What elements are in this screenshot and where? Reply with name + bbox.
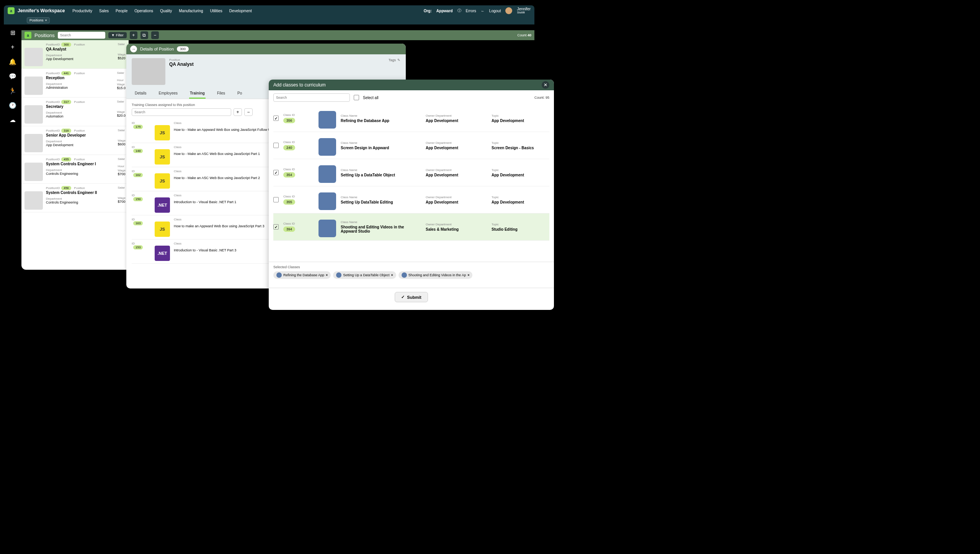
close-icon[interactable]: × [45,18,47,22]
breadcrumb-tag[interactable]: Positions × [27,17,50,23]
check-icon: ✓ [401,295,405,300]
plus-icon[interactable]: + [9,44,16,51]
position-item[interactable]: PositionID300 Position QA Analyst Depart… [21,40,129,69]
position-item[interactable]: PositionID316 Position Senior App Develo… [21,126,129,155]
detail-title: Details of Position [140,47,174,51]
org-value: Appward [436,9,453,13]
errors-icon[interactable]: ⓘ [457,8,461,13]
submit-row: ✓ Submit [269,288,554,306]
remove-class-button[interactable]: − [244,108,253,116]
add-classes-modal: Add classes to curriculum ✕ Select all C… [269,80,554,310]
class-thumb: JS [155,222,170,237]
row-checkbox[interactable] [273,170,279,175]
class-thumb: JS [155,173,170,189]
select-all-checkbox[interactable] [354,95,359,100]
positions-logo: a [24,32,31,39]
nav-item[interactable]: Quality [160,9,172,13]
chip-remove-icon[interactable]: × [467,273,469,277]
selected-chip: Shooting and Editing Videos in the Ap× [399,271,473,279]
modal-count: Count: 95 [534,96,549,99]
chip-icon [402,272,407,278]
nav-item[interactable]: Sales [99,9,109,13]
position-name: QA Analyst [169,62,194,67]
logout-link[interactable]: Logout [489,9,501,13]
run-icon[interactable]: 🏃 [9,87,16,94]
chip-remove-icon[interactable]: × [391,273,393,277]
modal-class-row[interactable]: Class ID394 Class NameShooting and Editi… [273,213,549,241]
row-checkbox[interactable] [273,143,279,148]
positions-search[interactable] [58,32,105,39]
bell-icon[interactable]: 🔔 [9,58,16,65]
chip-icon [336,272,341,278]
detail-id-badge: 300 [177,46,189,52]
position-item[interactable]: PositionID456 Position System Controls E… [21,184,129,212]
user-avatar[interactable] [505,7,512,14]
row-checkbox[interactable] [273,116,279,121]
add-button[interactable]: + [130,31,137,39]
modal-class-row[interactable]: Class ID240 Class NameScreen Design in A… [273,132,549,159]
position-image [132,58,165,85]
nav-item[interactable]: Utilities [210,9,222,13]
row-checkbox[interactable] [273,224,279,230]
modal-class-row[interactable]: Class ID354 Class NameSetting Up a DataT… [273,159,549,186]
tab-files[interactable]: Files [216,89,226,99]
modal-search[interactable] [273,93,350,102]
nav-item[interactable]: People [116,9,127,13]
position-item[interactable]: PositionID455 Position System Controls E… [21,155,129,184]
position-thumb [24,105,43,124]
remove-button[interactable]: − [151,31,159,39]
selected-chips: Refining the Database App×Setting Up a D… [273,271,549,279]
top-bar: a Jennifer's Workspace ProductivitySales… [4,5,534,16]
position-item[interactable]: PositionID441 Position Reception Departm… [21,69,129,98]
workspace-title: Jennifer's Workspace [18,8,65,13]
nav-item[interactable]: Manufacturing [179,9,203,13]
selected-label: Selected Classes [273,265,549,269]
user-name: Jennifer Sistilli [517,7,531,14]
edit-tags-icon[interactable]: ✎ [397,58,400,62]
selected-chip: Refining the Database App× [273,271,331,279]
modal-class-row[interactable]: Class ID356 Class NameRefining the Datab… [273,105,549,132]
position-item[interactable]: PositionID317 Position Secretary Departm… [21,98,129,126]
selected-chip: Setting Up a DataTable Object× [333,271,396,279]
clock-icon[interactable]: 🕐 [9,102,16,109]
class-thumb [318,220,336,237]
class-thumb: .NET [155,197,170,213]
back-arrow-icon[interactable]: → [130,46,137,52]
position-thumb [24,77,43,95]
detail-header: → Details of Position 300 [126,44,406,54]
tab-po[interactable]: Po [237,89,243,99]
logout-icon[interactable]: ← [481,9,485,13]
add-class-button[interactable]: + [234,108,242,116]
class-thumb [318,138,336,156]
training-search[interactable] [132,108,231,116]
position-thumb [24,134,43,152]
tab-training[interactable]: Training [189,89,206,99]
chat-icon[interactable]: 💬 [9,73,16,80]
positions-list: PositionID300 Position QA Analyst Depart… [21,40,129,270]
tab-details[interactable]: Details [134,89,147,99]
chip-remove-icon[interactable]: × [326,273,328,277]
org-label: Org: [424,9,432,13]
apps-icon[interactable]: ⊞ [9,29,16,36]
modal-close-button[interactable]: ✕ [542,81,549,89]
count-display: Count 40 [517,33,531,37]
modal-toolbar: Select all Count: 95 [269,90,554,105]
class-thumb: JS [155,125,170,140]
errors-link[interactable]: Errors [466,9,476,13]
modal-class-row[interactable]: Class ID355 Class NameSetting Up DataTab… [273,186,549,213]
row-checkbox[interactable] [273,197,279,202]
submit-button[interactable]: ✓ Submit [395,292,428,302]
position-info: Position QA Analyst [169,58,194,85]
cloud-icon[interactable]: ☁ [9,116,16,123]
positions-title: Positions [34,33,55,38]
nav-item[interactable]: Productivity [72,9,92,13]
nav-item[interactable]: Operations [134,9,153,13]
nav-item[interactable]: Development [229,9,252,13]
filter-button[interactable]: ▼Filter [108,32,127,38]
chip-icon [276,272,282,278]
topbar-right: Org: Appward ⓘ Errors ← Logout Jennifer … [424,7,531,14]
position-thumb [24,163,43,181]
tab-employees[interactable]: Employees [158,89,178,99]
nav-menu: ProductivitySalesPeopleOperationsQuality… [72,9,423,13]
copy-button[interactable]: ⧉ [140,31,148,39]
